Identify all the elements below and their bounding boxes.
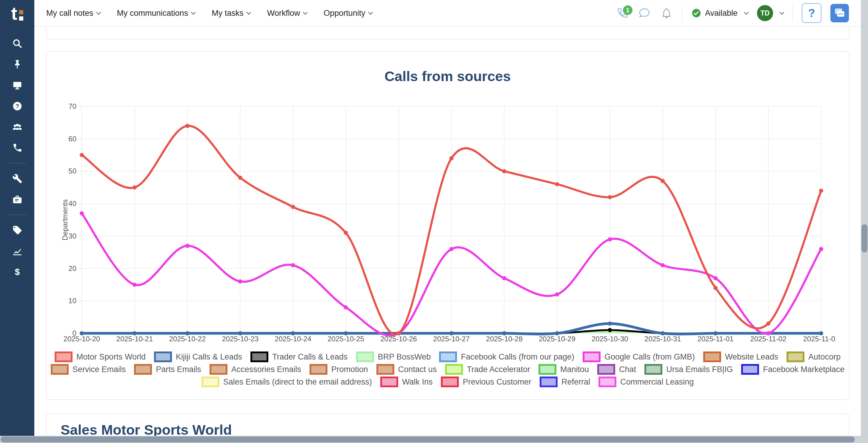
legend-item[interactable]: Motor Sports World: [55, 351, 146, 362]
data-point: [819, 189, 823, 193]
legend-item[interactable]: Sales Emails (direct to the email addres…: [202, 377, 372, 387]
logo-colon-icon: [19, 10, 23, 21]
legend-item[interactable]: BRP BossWeb: [356, 351, 431, 362]
x-tick-label: 2025-10-31: [645, 335, 681, 343]
legend-label: Promotion: [331, 365, 368, 374]
calls-button[interactable]: 1: [616, 6, 629, 20]
legend-item[interactable]: Manitou: [538, 364, 589, 375]
data-point: [397, 331, 401, 335]
legend-item[interactable]: Website Leads: [703, 351, 778, 362]
legend-item[interactable]: Previous Customer: [441, 377, 531, 387]
legend-item[interactable]: Promotion: [310, 364, 368, 375]
legend-item[interactable]: Facebook Calls (from our page): [439, 351, 574, 362]
legend-item[interactable]: Ursa Emails FB|IG: [645, 364, 733, 375]
data-point: [502, 169, 506, 173]
data-point: [555, 331, 559, 335]
legend-swatch: [703, 351, 721, 362]
x-tick-label: 2025-10-22: [169, 335, 206, 343]
legend-swatch: [538, 364, 556, 375]
data-point: [185, 331, 190, 335]
legend-item[interactable]: Contact us: [376, 364, 437, 375]
data-point: [185, 244, 190, 248]
sidebar-item-pinned[interactable]: [11, 58, 24, 71]
legend-item[interactable]: Accessories Emails: [210, 364, 301, 375]
app-logo[interactable]: t: [0, 0, 34, 27]
notifications-button[interactable]: [660, 6, 673, 20]
data-point: [713, 331, 718, 335]
legend-item[interactable]: Walk Ins: [380, 377, 433, 387]
data-point: [291, 331, 295, 335]
logo-letter: t: [11, 4, 17, 23]
call-count-badge: 1: [623, 5, 632, 15]
data-point: [344, 231, 348, 235]
legend-item[interactable]: Referral: [540, 377, 590, 387]
section-title: Sales Motor Sports World: [61, 421, 849, 438]
help-button[interactable]: ?: [802, 3, 822, 23]
legend-label: Service Emails: [72, 365, 126, 374]
legend-item[interactable]: Commercial Leasing: [598, 377, 694, 387]
briefcase-card-icon: [12, 194, 22, 205]
data-point: [502, 331, 506, 335]
legend-label: Commercial Leasing: [620, 377, 694, 387]
avatar: TD: [757, 5, 773, 21]
availability-selector[interactable]: Available: [691, 8, 748, 18]
legend-label: Autocorp: [808, 352, 841, 362]
messages-button[interactable]: [638, 6, 651, 20]
nav-my-tasks[interactable]: My tasks: [212, 9, 250, 18]
legend-swatch: [441, 377, 459, 387]
sidebar-item-inventory[interactable]: [11, 193, 24, 206]
legend-item[interactable]: Facebook Marketplace: [741, 364, 844, 375]
nav-label: My tasks: [212, 9, 244, 18]
legend-label: Facebook Calls (from our page): [461, 352, 574, 362]
legend-item[interactable]: Parts Emails: [134, 364, 201, 375]
legend-label: Chat: [619, 365, 636, 374]
chat-bubble-icon: [639, 7, 650, 19]
legend-item[interactable]: Chat: [597, 364, 636, 375]
x-tick-label: 2025-10-29: [539, 335, 576, 343]
horizontal-scrollbar-thumb[interactable]: [1, 437, 855, 442]
data-point: [80, 153, 84, 157]
nav-opportunity[interactable]: Opportunity: [323, 9, 372, 18]
legend-item[interactable]: Kijiji Calls & Leads: [154, 351, 242, 362]
legend-label: Referral: [561, 377, 590, 387]
legend-item[interactable]: Google Calls (from GMB): [583, 351, 695, 362]
calls-line-chart: 0102030405060702025-10-202025-10-212025-…: [54, 98, 836, 346]
legend-item[interactable]: Trade Accelerator: [445, 364, 530, 375]
legend-item[interactable]: Service Emails: [51, 364, 126, 375]
data-point: [238, 279, 242, 283]
sidebar-item-tools[interactable]: [11, 172, 24, 185]
sidebar-item-help[interactable]: ?: [11, 100, 24, 113]
vertical-scrollbar-track[interactable]: [861, 0, 868, 436]
data-point: [238, 176, 242, 180]
phone-icon: [12, 143, 22, 153]
sidebar-item-calls[interactable]: [11, 141, 24, 155]
user-menu[interactable]: TD: [757, 5, 783, 21]
legend-item[interactable]: Trader Calls & Leads: [250, 351, 348, 362]
legend-item[interactable]: Autocorp: [786, 351, 841, 362]
sidebar-item-contacts[interactable]: [11, 121, 24, 134]
sidebar-item-screen[interactable]: [11, 79, 24, 92]
data-point: [608, 195, 612, 199]
legend-label: Ursa Emails FB|IG: [666, 365, 733, 374]
x-tick-label: 2025-10-25: [328, 335, 364, 343]
nav-label: My communications: [117, 9, 188, 18]
nav-workflow[interactable]: Workflow: [267, 9, 307, 18]
nav-label: Workflow: [267, 9, 300, 18]
y-tick-label: 50: [68, 167, 76, 175]
legend-swatch: [645, 364, 662, 375]
nav-my-call-notes[interactable]: My call notes: [46, 9, 100, 18]
legend-label: Trade Accelerator: [467, 365, 530, 374]
y-tick-label: 20: [68, 265, 76, 272]
sidebar-item-tags[interactable]: [11, 224, 24, 237]
sidebar-item-billing[interactable]: $: [11, 265, 24, 278]
sidebar-item-search[interactable]: [11, 37, 24, 50]
nav-my-communications[interactable]: My communications: [117, 9, 195, 18]
sidebar-item-reports[interactable]: [11, 244, 24, 258]
x-tick-label: 2025-10-21: [116, 335, 153, 343]
live-chat-button[interactable]: [830, 4, 849, 22]
y-tick-label: 70: [68, 102, 76, 110]
legend-label: Accessories Emails: [231, 365, 301, 374]
data-point: [713, 276, 718, 280]
horizontal-scrollbar-track[interactable]: [0, 436, 868, 443]
vertical-scrollbar-thumb[interactable]: [862, 224, 867, 252]
